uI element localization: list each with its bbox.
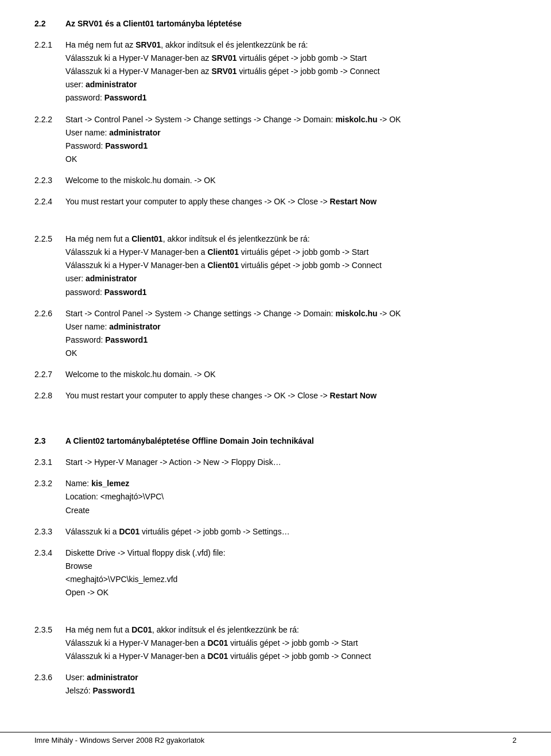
item-text: User: administrator Jelszó: Password1 <box>65 671 517 697</box>
item-235: 2.3.5 Ha még nem fut a DC01, akkor indít… <box>34 623 517 663</box>
item-text: Ha még nem fut az SRV01, akkor indítsuk … <box>65 38 517 104</box>
item-text: Ha még nem fut a DC01, akkor indítsuk el… <box>65 623 517 663</box>
item-222: 2.2.2 Start -> Control Panel -> System -… <box>34 113 517 166</box>
footer: Imre Mihály - Windows Server 2008 R2 gya… <box>0 732 551 745</box>
item-text: Diskette Drive -> Virtual floppy disk (.… <box>65 546 517 599</box>
item-232: 2.3.2 Name: kis_lemez Location: <meghajt… <box>34 477 517 517</box>
section-number: 2.3 <box>34 435 63 448</box>
item-number: 2.3.1 <box>34 456 63 469</box>
item-text: Welcome to the miskolc.hu domain. -> OK <box>65 368 517 381</box>
item-225: 2.2.5 Ha még nem fut a Client01, akkor i… <box>34 232 517 298</box>
item-number: 2.3.4 <box>34 546 63 599</box>
section-number: 2.2 <box>34 17 63 30</box>
item-text: Ha még nem fut a Client01, akkor indítsu… <box>65 232 517 298</box>
item-236: 2.3.6 User: administrator Jelszó: Passwo… <box>34 671 517 697</box>
item-number: 2.2.8 <box>34 389 63 402</box>
item-text: Start -> Control Panel -> System -> Chan… <box>65 307 517 360</box>
item-text: Name: kis_lemez Location: <meghajtó>\VPC… <box>65 477 517 517</box>
item-number: 2.2.6 <box>34 307 63 360</box>
item-234: 2.3.4 Diskette Drive -> Virtual floppy d… <box>34 546 517 599</box>
item-number: 2.3.5 <box>34 623 63 663</box>
item-number: 2.3.2 <box>34 477 63 517</box>
item-text: Válasszuk ki a DC01 virtuális gépet -> j… <box>65 525 517 538</box>
item-number: 2.3.3 <box>34 525 63 538</box>
item-226: 2.2.6 Start -> Control Panel -> System -… <box>34 307 517 360</box>
section-title: Az SRV01 és a Client01 tartományba lépte… <box>65 17 517 30</box>
item-text: Start -> Hyper-V Manager -> Action -> Ne… <box>65 456 517 469</box>
item-number: 2.2.2 <box>34 113 63 166</box>
footer-right: 2 <box>513 736 517 745</box>
section-22-heading: 2.2 Az SRV01 és a Client01 tartományba l… <box>34 17 517 30</box>
section-title: A Client02 tartománybaléptetése Offline … <box>65 435 517 448</box>
item-227: 2.2.7 Welcome to the miskolc.hu domain. … <box>34 368 517 381</box>
item-223: 2.2.3 Welcome to the miskolc.hu domain. … <box>34 174 517 187</box>
item-number: 2.3.6 <box>34 671 63 697</box>
section-23-heading: 2.3 A Client02 tartománybaléptetése Offl… <box>34 435 517 448</box>
item-number: 2.2.3 <box>34 174 63 187</box>
item-233: 2.3.3 Válasszuk ki a DC01 virtuális gépe… <box>34 525 517 538</box>
item-number: 2.2.7 <box>34 368 63 381</box>
item-221: 2.2.1 Ha még nem fut az SRV01, akkor ind… <box>34 38 517 104</box>
footer-left: Imre Mihály - Windows Server 2008 R2 gya… <box>34 736 204 745</box>
item-text: You must restart your computer to apply … <box>65 389 517 402</box>
item-number: 2.2.5 <box>34 232 63 298</box>
page-content: 2.2 Az SRV01 és a Client01 tartományba l… <box>34 17 517 698</box>
item-number: 2.2.4 <box>34 195 63 208</box>
item-number: 2.2.1 <box>34 38 63 104</box>
item-text: Welcome to the miskolc.hu domain. -> OK <box>65 174 517 187</box>
item-228: 2.2.8 You must restart your computer to … <box>34 389 517 402</box>
item-231: 2.3.1 Start -> Hyper-V Manager -> Action… <box>34 456 517 469</box>
item-text: Start -> Control Panel -> System -> Chan… <box>65 113 517 166</box>
item-text: You must restart your computer to apply … <box>65 195 517 208</box>
item-224: 2.2.4 You must restart your computer to … <box>34 195 517 208</box>
